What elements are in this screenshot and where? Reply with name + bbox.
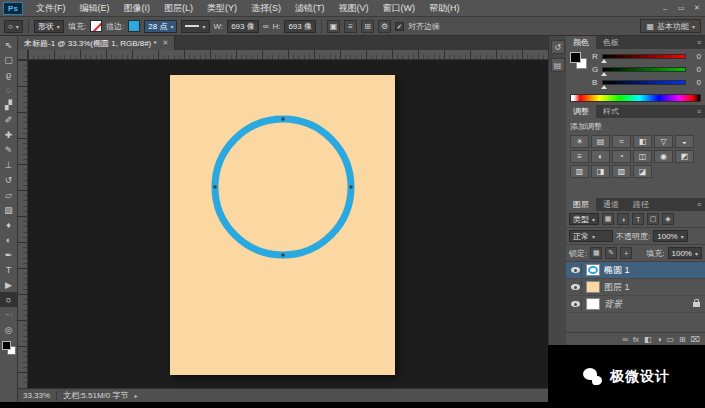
- shape-filter-icon[interactable]: ▢: [647, 213, 659, 225]
- posterize-icon[interactable]: ▥: [570, 165, 589, 178]
- color-swatches[interactable]: [2, 341, 16, 355]
- tab-adjustments[interactable]: 调整: [566, 105, 596, 118]
- tab-paths[interactable]: 路径: [626, 198, 656, 211]
- gear-icon[interactable]: ⚙: [378, 20, 391, 33]
- panel-menu-icon[interactable]: ≡: [697, 36, 705, 49]
- move-tool[interactable]: ⇖: [0, 37, 17, 52]
- link-dimensions-icon[interactable]: ∞: [263, 22, 269, 31]
- pen-tool[interactable]: ✒: [0, 247, 17, 262]
- panel-menu-icon[interactable]: ≡: [697, 198, 705, 211]
- adjustment-layer-icon[interactable]: ◑: [657, 335, 662, 344]
- stroke-swatch[interactable]: [128, 20, 140, 32]
- fill-field[interactable]: 100%: [668, 247, 702, 259]
- menu-select[interactable]: 选择(S): [244, 0, 288, 16]
- menu-type[interactable]: 类型(Y): [200, 0, 244, 16]
- gradient-map-icon[interactable]: ▨: [612, 165, 631, 178]
- vertical-ruler[interactable]: [18, 60, 28, 388]
- lock-position-icon[interactable]: +: [620, 247, 632, 259]
- tab-layers[interactable]: 图层: [566, 198, 596, 211]
- color-balance-icon[interactable]: ≡: [570, 150, 589, 163]
- opacity-field[interactable]: 100%: [653, 230, 687, 242]
- panel-menu-icon[interactable]: ≡: [697, 105, 705, 118]
- color-swatches-mini[interactable]: [570, 52, 587, 69]
- crop-tool[interactable]: ▞: [0, 97, 17, 112]
- path-arrange-icon[interactable]: ⊞: [361, 20, 374, 33]
- invert-icon[interactable]: ◩: [675, 150, 694, 163]
- document-tab[interactable]: 未标题-1 @ 33.3%(椭圆 1, RGB/8#) * ✕: [18, 36, 175, 50]
- menu-file[interactable]: 文件(F): [29, 0, 73, 16]
- ellipse-tool[interactable]: ○: [0, 292, 17, 307]
- link-layers-icon[interactable]: ∞: [622, 335, 628, 344]
- quick-selection-tool[interactable]: ◌: [0, 82, 17, 97]
- vibrance-icon[interactable]: ▽: [654, 135, 673, 148]
- layer-row-ellipse[interactable]: 椭圆 1: [566, 262, 705, 279]
- layer-row-background[interactable]: 背景: [566, 296, 705, 313]
- lasso-tool[interactable]: ϱ: [0, 67, 17, 82]
- document-canvas[interactable]: [170, 75, 395, 375]
- zoom-tool[interactable]: ◎: [0, 322, 17, 337]
- color-lookup-icon[interactable]: ◉: [654, 150, 673, 163]
- new-layer-icon[interactable]: ⊞: [679, 335, 686, 344]
- layer-name[interactable]: 椭圆 1: [604, 264, 702, 277]
- maximize-button[interactable]: ▭: [673, 0, 689, 16]
- red-value[interactable]: 0: [689, 52, 701, 61]
- foreground-color-swatch[interactable]: [2, 341, 11, 350]
- menu-edit[interactable]: 编辑(E): [73, 0, 117, 16]
- layer-thumbnail[interactable]: [586, 298, 600, 310]
- green-value[interactable]: 0: [689, 65, 701, 74]
- slider-thumb[interactable]: [601, 85, 607, 89]
- exposure-icon[interactable]: ◧: [633, 135, 652, 148]
- new-group-icon[interactable]: ▭: [667, 335, 675, 344]
- red-slider[interactable]: [602, 54, 686, 59]
- color-spectrum-ramp[interactable]: [570, 94, 701, 102]
- photo-filter-icon[interactable]: ◔: [612, 150, 631, 163]
- channel-mixer-icon[interactable]: ◫: [633, 150, 652, 163]
- pixel-filter-icon[interactable]: ▦: [602, 213, 614, 225]
- threshold-icon[interactable]: ◨: [591, 165, 610, 178]
- anchor-point-right[interactable]: [350, 186, 353, 189]
- type-tool[interactable]: T: [0, 262, 17, 277]
- tool-preset-select[interactable]: ○: [4, 20, 23, 33]
- stroke-width-field[interactable]: 28 点: [144, 20, 177, 33]
- green-slider[interactable]: [602, 67, 686, 72]
- status-options-icon[interactable]: [135, 391, 138, 400]
- layer-mask-icon[interactable]: ◧: [644, 335, 652, 344]
- slider-thumb[interactable]: [601, 59, 607, 63]
- menu-filter[interactable]: 滤镜(T): [288, 0, 332, 16]
- properties-panel-icon[interactable]: ▤: [551, 58, 565, 72]
- anchor-point-left[interactable]: [214, 186, 217, 189]
- tab-color[interactable]: 颜色: [566, 36, 596, 49]
- selective-color-icon[interactable]: ◪: [633, 165, 652, 178]
- workspace-switcher[interactable]: ▦ 基本功能: [640, 19, 701, 33]
- type-filter-icon[interactable]: T: [632, 213, 644, 225]
- layer-thumbnail[interactable]: [586, 264, 600, 276]
- menu-window[interactable]: 窗口(W): [376, 0, 423, 16]
- curves-icon[interactable]: ≈: [612, 135, 631, 148]
- adjustment-filter-icon[interactable]: ◑: [617, 213, 629, 225]
- delete-layer-icon[interactable]: ⌧: [691, 335, 700, 344]
- black-white-icon[interactable]: ◐: [591, 150, 610, 163]
- blend-mode-select[interactable]: 正常: [569, 230, 613, 242]
- brightness-contrast-icon[interactable]: ☀: [570, 135, 589, 148]
- anchor-point-top[interactable]: [282, 118, 285, 121]
- layer-row-layer1[interactable]: 图层 1: [566, 279, 705, 296]
- zoom-level-field[interactable]: 33.33%: [23, 391, 50, 400]
- menu-image[interactable]: 图像(I): [117, 0, 158, 16]
- height-field[interactable]: 693 像: [284, 20, 316, 33]
- smart-object-filter-icon[interactable]: ◈: [662, 213, 674, 225]
- slider-thumb[interactable]: [601, 72, 607, 76]
- minimize-button[interactable]: –: [657, 0, 673, 16]
- history-brush-tool[interactable]: ↺: [0, 172, 17, 187]
- menu-view[interactable]: 视图(V): [332, 0, 376, 16]
- lock-transparency-icon[interactable]: ▦: [590, 247, 602, 259]
- layer-style-icon[interactable]: fx: [633, 335, 639, 344]
- healing-brush-tool[interactable]: ✚: [0, 127, 17, 142]
- anchor-point-bottom[interactable]: [282, 254, 285, 257]
- canvas-area[interactable]: [28, 60, 548, 388]
- tool-mode-select[interactable]: 形状: [34, 20, 64, 33]
- levels-icon[interactable]: ▤: [591, 135, 610, 148]
- eraser-tool[interactable]: ▱: [0, 187, 17, 202]
- fill-swatch[interactable]: [90, 20, 102, 32]
- menu-help[interactable]: 帮助(H): [422, 0, 467, 16]
- hue-saturation-icon[interactable]: ◒: [675, 135, 694, 148]
